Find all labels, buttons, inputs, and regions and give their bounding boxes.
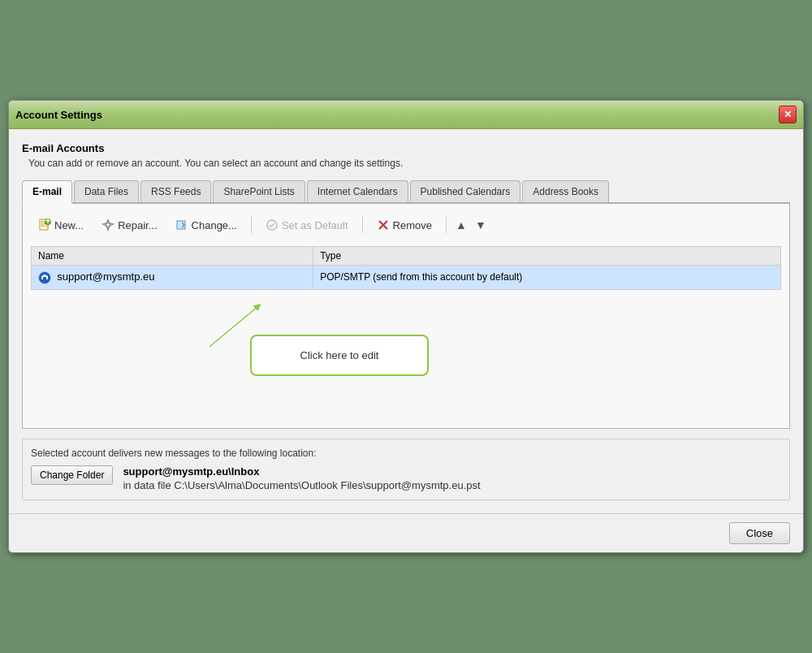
header-section: E-mail Accounts You can add or remove an… (22, 142, 790, 169)
window-close-button[interactable]: ✕ (779, 106, 797, 123)
click-to-edit-tooltip[interactable]: Click here to edit (250, 335, 429, 376)
tab-address-books[interactable]: Address Books (522, 180, 609, 202)
window-title: Account Settings (15, 109, 102, 121)
account-name-cell: support@mysmtp.eu (32, 266, 313, 290)
title-bar: Account Settings ✕ (9, 101, 803, 129)
header-description: You can add or remove an account. You ca… (28, 158, 790, 169)
tab-bar: E-mail Data Files RSS Feeds SharePoint L… (22, 180, 790, 204)
folder-path: in data file C:\Users\Alma\Documents\Out… (123, 479, 480, 491)
repair-button[interactable]: Repair... (94, 215, 164, 235)
footer-description: Selected account delivers new messages t… (31, 448, 781, 459)
account-icon (38, 271, 51, 284)
svg-point-4 (106, 223, 110, 227)
toolbar-divider-2 (362, 217, 363, 233)
tooltip-area: Click here to edit (31, 290, 781, 420)
tab-content-email: ✉ + New... Repair... (22, 204, 790, 429)
col-header-type: Type (313, 247, 781, 266)
move-up-button[interactable]: ▲ (453, 217, 469, 233)
col-header-name: Name (32, 247, 313, 266)
folder-name: support@mysmtp.eu\Inbox (123, 465, 259, 478)
footer-section: Selected account delivers new messages t… (22, 439, 790, 500)
accounts-table: Name Type support@mysmtp.eu (31, 246, 781, 290)
new-icon: ✉ + (38, 218, 51, 231)
change-button[interactable]: Change... (168, 215, 244, 235)
folder-info: support@mysmtp.eu\Inbox in data file C:\… (123, 465, 480, 491)
tab-published-calendars[interactable]: Published Calendars (410, 180, 521, 202)
toolbar-divider-1 (251, 217, 252, 233)
remove-button[interactable]: Remove (369, 215, 439, 235)
header-title: E-mail Accounts (22, 142, 790, 154)
new-button[interactable]: ✉ + New... (31, 215, 91, 235)
tab-email[interactable]: E-mail (22, 180, 72, 204)
account-settings-window: Account Settings ✕ E-mail Accounts You c… (8, 100, 804, 553)
footer-actions: Change Folder support@mysmtp.eu\Inbox in… (31, 465, 781, 491)
account-email: support@mysmtp.eu (57, 270, 154, 283)
remove-icon (377, 218, 390, 231)
accounts-toolbar: ✉ + New... Repair... (31, 212, 781, 238)
tooltip-text: Click here to edit (300, 349, 379, 361)
svg-rect-10 (43, 277, 46, 279)
tab-rss-feeds[interactable]: RSS Feeds (140, 180, 211, 202)
repair-icon (102, 218, 114, 231)
svg-text:+: + (45, 218, 51, 227)
close-dialog-button[interactable]: Close (729, 522, 790, 544)
remove-label: Remove (393, 219, 432, 231)
toolbar-divider-3 (446, 217, 447, 233)
change-folder-button[interactable]: Change Folder (31, 465, 113, 485)
table-row[interactable]: support@mysmtp.eu POP/SMTP (send from th… (32, 266, 781, 290)
tab-sharepoint-lists[interactable]: SharePoint Lists (213, 180, 304, 202)
set-default-button[interactable]: Set as Default (258, 215, 356, 235)
set-default-label: Set as Default (282, 219, 348, 231)
change-icon (175, 218, 188, 231)
repair-label: Repair... (118, 219, 157, 231)
new-label: New... (54, 219, 84, 231)
tab-data-files[interactable]: Data Files (74, 180, 139, 202)
change-label: Change... (192, 219, 237, 231)
window-body: E-mail Accounts You can add or remove an… (9, 129, 803, 513)
account-type-cell: POP/SMTP (send from this account by defa… (313, 266, 781, 290)
move-down-button[interactable]: ▼ (473, 217, 489, 233)
tab-internet-calendars[interactable]: Internet Calendars (307, 180, 408, 202)
set-default-icon (266, 218, 279, 231)
bottom-bar: Close (9, 513, 803, 552)
